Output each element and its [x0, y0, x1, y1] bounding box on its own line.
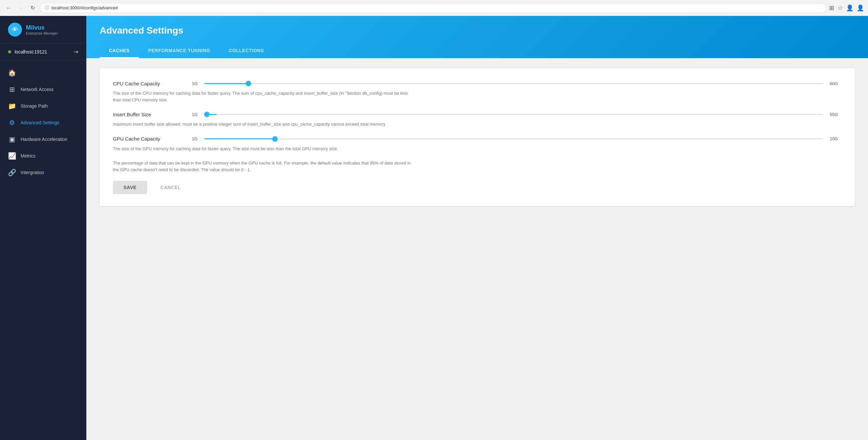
sidebar-item-label: Hardware Acceleration [21, 137, 67, 142]
cpu-cache-label: CPU Cache Capacity [113, 81, 179, 86]
sidebar-item-label: Intergration [21, 170, 44, 175]
cpu-cache-setting: CPU Cache Capacity 1G 60G The size of th… [113, 80, 841, 103]
logout-icon[interactable]: ⇥ [73, 48, 79, 56]
insert-buffer-max: 55G [830, 112, 841, 117]
insert-buffer-control: Insert Buffer Size 1G 55G [113, 111, 841, 118]
logo-name: Milvus [26, 24, 58, 31]
page-title: Advanced Settings [100, 25, 855, 36]
logo-icon: 👁 [8, 23, 22, 36]
integration-icon: 🔗 [8, 169, 16, 176]
insert-buffer-description: maximum insert buffer size allowed, must… [113, 121, 412, 127]
apps-icon[interactable]: ⊞ [829, 4, 834, 11]
sidebar-server: localhost:19121 ⇥ [0, 43, 86, 60]
cpu-cache-control: CPU Cache Capacity 1G 60G [113, 80, 841, 87]
network-icon: ⊞ [8, 85, 16, 93]
sidebar-item-integration[interactable]: 🔗 Intergration [0, 164, 86, 181]
sidebar-logo: 👁 Milvus Enterprise Manager [0, 16, 86, 43]
reload-button[interactable]: ↻ [28, 3, 37, 12]
hardware-icon: ▣ [8, 135, 16, 143]
sidebar-item-hardware-acceleration[interactable]: ▣ Hardware Acceleration [0, 131, 86, 148]
info-icon: ⓘ [45, 5, 50, 11]
cpu-cache-slider-container [204, 80, 823, 87]
sidebar: 👁 Milvus Enterprise Manager localhost:19… [0, 16, 86, 440]
sidebar-item-storage-path[interactable]: 📁 Storage Path [0, 98, 86, 114]
extension-icon[interactable]: 👤 [846, 4, 854, 11]
gpu-cache-control: GPU Cache Capacity 1G 10G [113, 136, 841, 142]
gpu-cache-description-1: The size of the GPU memory for caching d… [113, 146, 412, 152]
logo-text: Milvus Enterprise Manager [26, 24, 58, 35]
metrics-icon: 📈 [8, 152, 16, 160]
home-icon: 🏠 [8, 69, 16, 77]
insert-buffer-min: 1G [186, 112, 197, 117]
server-name: localhost:19121 [14, 49, 47, 55]
sidebar-nav: 🏠 ⊞ Network Access 📁 Storage Path ⚙ Adva… [0, 60, 86, 440]
insert-buffer-setting: Insert Buffer Size 1G 55G maximum insert… [113, 111, 841, 127]
url-text: localhost:3000/#/configs/advanced [52, 5, 118, 10]
sidebar-item-label: Metrics [21, 153, 35, 158]
sidebar-item-network-access[interactable]: ⊞ Network Access [0, 81, 86, 98]
gpu-cache-label: GPU Cache Capacity [113, 136, 179, 142]
sidebar-item-label: Network Access [21, 87, 54, 92]
cpu-cache-min: 1G [186, 81, 197, 86]
server-status-dot [8, 50, 11, 54]
browser-right-controls: ⊞ ☆ 👤 👤 [829, 4, 864, 11]
address-bar[interactable]: ⓘ localhost:3000/#/configs/advanced [40, 3, 827, 13]
save-button[interactable]: SAVE [113, 181, 147, 194]
sidebar-item-home[interactable]: 🏠 [0, 64, 86, 81]
sidebar-item-metrics[interactable]: 📈 Metrics [0, 148, 86, 164]
sidebar-item-label: Storage Path [21, 104, 48, 109]
action-buttons: SAVE CANCEL [113, 181, 841, 194]
cpu-cache-slider[interactable] [204, 83, 823, 84]
settings-icon: ⚙ [8, 119, 16, 127]
forward-button[interactable]: → [16, 3, 25, 12]
page-header: Advanced Settings CACHES PERFORMANCE TUN… [86, 16, 868, 58]
tab-performance-tuning[interactable]: PERFORMANCE TUNNING [139, 44, 219, 58]
cpu-cache-max: 60G [830, 81, 841, 86]
gpu-cache-setting: GPU Cache Capacity 1G 10G The size of th… [113, 136, 841, 173]
sidebar-item-advanced-settings[interactable]: ⚙ Advanced Settings [0, 114, 86, 131]
gpu-cache-min: 1G [186, 136, 197, 141]
cpu-cache-description: The size of the CPU memory for caching d… [113, 90, 412, 103]
gpu-cache-description-2: The percentage of data that can be kept … [113, 160, 412, 173]
content-area: CPU Cache Capacity 1G 60G The size of th… [86, 58, 868, 440]
gpu-cache-slider-container [204, 136, 823, 142]
back-button[interactable]: ← [4, 3, 13, 12]
star-icon[interactable]: ☆ [837, 4, 843, 11]
main-content: Advanced Settings CACHES PERFORMANCE TUN… [86, 16, 868, 440]
settings-card: CPU Cache Capacity 1G 60G The size of th… [100, 68, 855, 206]
cancel-button[interactable]: CANCEL [152, 181, 189, 194]
tab-collections[interactable]: COLLECTIONS [219, 44, 273, 58]
insert-buffer-label: Insert Buffer Size [113, 112, 179, 117]
gpu-cache-slider[interactable] [204, 138, 823, 139]
sidebar-item-label: Advanced Settings [21, 120, 59, 125]
app-layout: 👁 Milvus Enterprise Manager localhost:19… [0, 16, 868, 440]
browser-chrome: ← → ↻ ⓘ localhost:3000/#/configs/advance… [0, 0, 868, 16]
insert-buffer-slider-container [204, 111, 823, 118]
logo-subtitle: Enterprise Manager [26, 31, 58, 35]
tab-bar: CACHES PERFORMANCE TUNNING COLLECTIONS [100, 44, 855, 58]
insert-buffer-slider[interactable] [204, 114, 823, 115]
profile-icon[interactable]: 👤 [857, 4, 864, 11]
tab-caches[interactable]: CACHES [100, 44, 139, 58]
folder-icon: 📁 [8, 102, 16, 110]
gpu-cache-max: 10G [830, 136, 841, 141]
